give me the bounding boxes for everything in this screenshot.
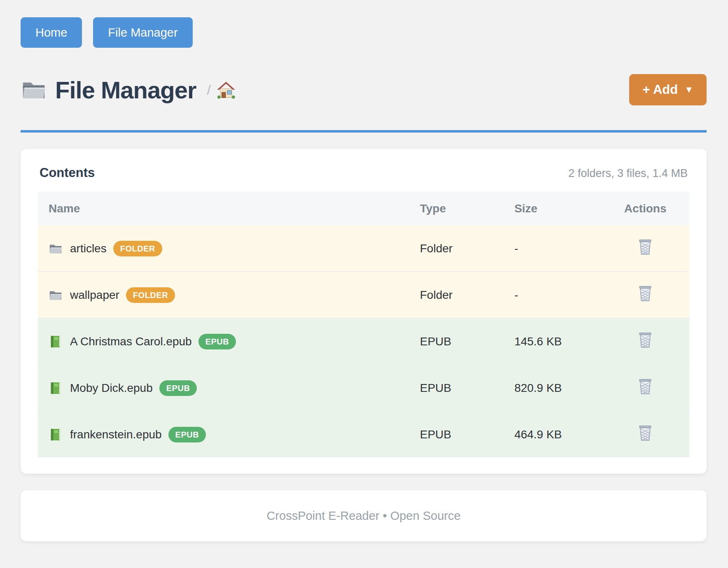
page: Home File Manager File Manager / + Add ▼…	[0, 0, 728, 568]
contents-card-header: Contents 2 folders, 3 files, 1.4 MB	[38, 165, 689, 180]
type-cell: EPUB	[409, 411, 504, 457]
footer: CrossPoint E-Reader • Open Source	[21, 490, 707, 541]
file-name[interactable]: A Christmas Carol.epub	[70, 335, 192, 348]
table-row[interactable]: Moby Dick.epub EPUB EPUB 820.9 KB	[38, 365, 689, 411]
home-button[interactable]: Home	[21, 17, 82, 48]
file-name[interactable]: articles	[70, 242, 107, 255]
breadcrumb: /	[207, 81, 236, 99]
table-row[interactable]: articles FOLDER Folder -	[38, 226, 689, 272]
trash-icon	[638, 425, 653, 441]
trash-icon	[638, 332, 653, 348]
file-manager-button[interactable]: File Manager	[93, 17, 192, 48]
add-button-label: + Add	[642, 82, 678, 97]
trash-icon	[638, 378, 653, 395]
delete-button[interactable]	[638, 285, 653, 302]
footer-text: CrossPoint E-Reader • Open Source	[266, 509, 460, 523]
epub-badge: EPUB	[159, 380, 197, 396]
column-header-type: Type	[409, 192, 504, 226]
book-icon	[49, 428, 63, 441]
column-header-size: Size	[504, 192, 601, 226]
column-header-name: Name	[38, 192, 409, 226]
trash-icon	[638, 239, 653, 255]
folder-icon	[49, 289, 63, 302]
file-table: Name Type Size Actions articles FOLDER	[38, 192, 689, 457]
page-title: File Manager	[55, 76, 196, 104]
size-cell: 820.9 KB	[504, 365, 601, 411]
folder-icon	[21, 78, 47, 101]
file-name[interactable]: wallpaper	[70, 289, 119, 302]
folder-icon	[49, 242, 63, 255]
title-group: File Manager /	[21, 76, 236, 104]
type-cell: Folder	[409, 272, 504, 318]
size-cell: 464.9 KB	[504, 411, 601, 457]
chevron-down-icon: ▼	[684, 84, 693, 95]
folder-badge: FOLDER	[126, 287, 175, 303]
file-name[interactable]: Moby Dick.epub	[70, 382, 153, 395]
contents-card: Contents 2 folders, 3 files, 1.4 MB Name…	[21, 149, 707, 474]
type-cell: EPUB	[409, 318, 504, 365]
size-cell: -	[504, 226, 601, 272]
delete-button[interactable]	[638, 332, 653, 348]
top-nav: Home File Manager	[21, 17, 707, 48]
book-icon	[49, 335, 63, 348]
contents-summary: 2 folders, 3 files, 1.4 MB	[568, 167, 688, 180]
column-header-actions: Actions	[601, 192, 689, 226]
add-button[interactable]: + Add ▼	[629, 74, 707, 105]
table-row[interactable]: A Christmas Carol.epub EPUB EPUB 145.6 K…	[38, 318, 689, 365]
epub-badge: EPUB	[168, 427, 206, 442]
table-row[interactable]: frankenstein.epub EPUB EPUB 464.9 KB	[38, 411, 689, 457]
type-cell: Folder	[409, 226, 504, 272]
delete-button[interactable]	[638, 425, 653, 441]
contents-title: Contents	[40, 165, 95, 180]
title-divider	[21, 130, 707, 133]
table-header-row: Name Type Size Actions	[38, 192, 689, 226]
book-icon	[49, 382, 63, 395]
folder-badge: FOLDER	[113, 241, 162, 256]
house-icon	[217, 81, 236, 99]
page-header: File Manager / + Add ▼	[21, 74, 707, 105]
size-cell: -	[504, 272, 601, 318]
delete-button[interactable]	[638, 239, 653, 255]
size-cell: 145.6 KB	[504, 318, 601, 365]
delete-button[interactable]	[638, 378, 653, 395]
trash-icon	[638, 285, 653, 302]
breadcrumb-separator: /	[207, 82, 211, 98]
file-name[interactable]: frankenstein.epub	[70, 428, 162, 441]
type-cell: EPUB	[409, 365, 504, 411]
breadcrumb-home-link[interactable]	[217, 81, 236, 99]
table-row[interactable]: wallpaper FOLDER Folder -	[38, 272, 689, 318]
epub-badge: EPUB	[198, 334, 236, 349]
